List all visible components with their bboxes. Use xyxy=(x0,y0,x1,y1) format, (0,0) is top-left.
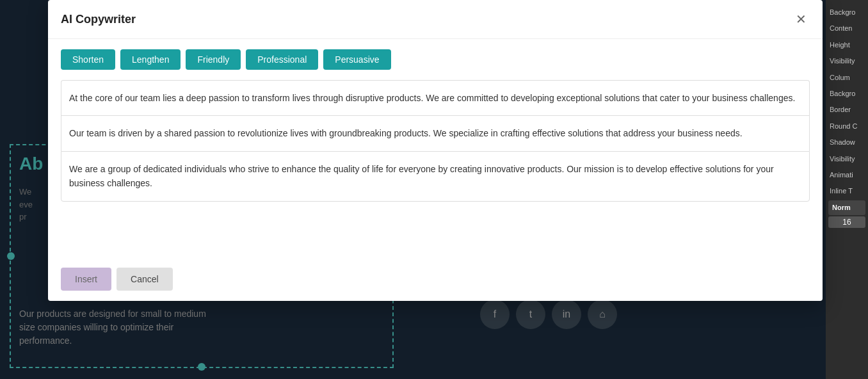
sidebar-item-border: Border xyxy=(828,102,865,117)
right-sidebar: Backgro Conten Height Visibility Colum B… xyxy=(826,0,868,379)
sidebar-item-norm: Norm xyxy=(828,200,865,215)
text-option-3[interactable]: We are a group of dedicated individuals … xyxy=(61,151,810,202)
sidebar-item-visibility: Visibility xyxy=(828,54,865,69)
sidebar-item-inline: Inline T xyxy=(828,184,865,198)
modal-footer: Insert Cancel xyxy=(48,257,823,301)
sidebar-item-background: Backgro xyxy=(828,5,865,20)
persuasive-button[interactable]: Persuasive xyxy=(323,49,390,70)
cancel-button[interactable]: Cancel xyxy=(117,268,173,291)
sidebar-item-round: Round C xyxy=(828,119,865,134)
text-option-2[interactable]: Our team is driven by a shared passion t… xyxy=(61,115,810,150)
sidebar-item-height: Height xyxy=(828,38,865,52)
ai-copywriter-modal: AI Copywriter ✕ Shorten Lengthen Friendl… xyxy=(48,0,823,301)
modal-title: AI Copywriter xyxy=(61,13,136,26)
sidebar-item-animation: Animati xyxy=(828,168,865,182)
sidebar-item-content: Conten xyxy=(828,21,865,36)
modal-close-button[interactable]: ✕ xyxy=(792,10,810,28)
friendly-button[interactable]: Friendly xyxy=(186,49,241,70)
text-option-1[interactable]: At the core of our team lies a deep pass… xyxy=(61,80,810,115)
modal-header: AI Copywriter ✕ xyxy=(48,0,823,39)
sidebar-item-visibility2: Visibility xyxy=(828,152,865,166)
professional-button[interactable]: Professional xyxy=(246,49,318,70)
sidebar-item-shadow: Shadow xyxy=(828,135,865,150)
lengthen-button[interactable]: Lengthen xyxy=(120,49,181,70)
insert-button[interactable]: Insert xyxy=(61,268,111,291)
sidebar-item-number: 16 xyxy=(828,216,865,228)
sidebar-item-column: Colum xyxy=(828,70,865,85)
text-options-container: At the core of our team lies a deep pass… xyxy=(48,80,823,257)
shorten-button[interactable]: Shorten xyxy=(61,49,115,70)
modal-toolbar: Shorten Lengthen Friendly Professional P… xyxy=(48,39,823,80)
sidebar-item-bg2: Backgro xyxy=(828,86,865,101)
